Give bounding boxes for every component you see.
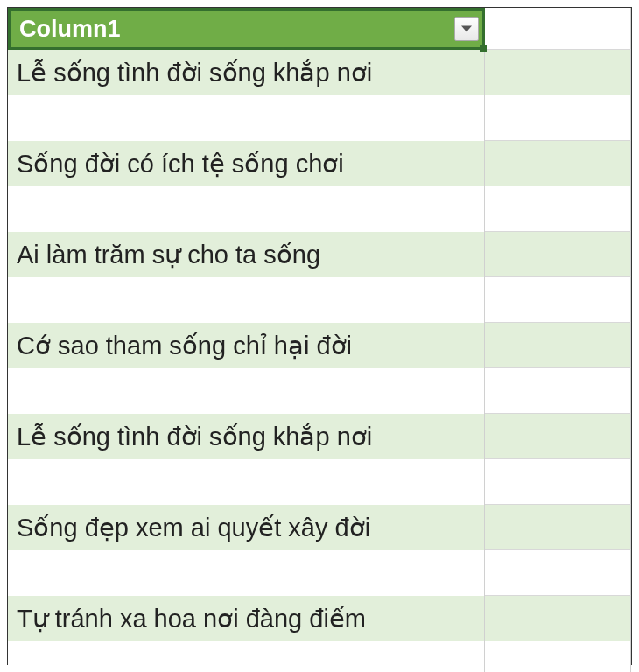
table-row: Ai làm trăm sự cho ta sống: [8, 232, 631, 277]
empty-cell[interactable]: [485, 459, 631, 505]
column-header[interactable]: Column1: [8, 8, 485, 50]
empty-header-cell[interactable]: [485, 8, 631, 50]
table-row: Lễ sống tình đời sống khắp nơi: [8, 50, 631, 95]
empty-cell[interactable]: [485, 186, 631, 232]
chevron-down-icon: [461, 25, 472, 32]
table-row: Lễ sống tình đời sống khắp nơi: [8, 414, 631, 459]
data-cell[interactable]: [8, 186, 485, 232]
table-row: [8, 550, 631, 596]
table-row: Tự tránh xa hoa nơi đàng điếm: [8, 596, 631, 641]
table-row: Sống đẹp xem ai quyết xây đời: [8, 505, 631, 550]
data-cell[interactable]: Lễ sống tình đời sống khắp nơi: [8, 50, 485, 95]
table-row: [8, 95, 631, 141]
data-cell[interactable]: [8, 277, 485, 323]
data-cell[interactable]: Ai làm trăm sự cho ta sống: [8, 232, 485, 277]
table-row: [8, 641, 631, 672]
data-cell[interactable]: Cớ sao tham sống chỉ hại đời: [8, 323, 485, 368]
empty-cell[interactable]: [485, 277, 631, 323]
spreadsheet-grid[interactable]: Column1 Lễ sống tình đời sống khắp nơi S…: [7, 7, 632, 665]
header-label: Column1: [19, 16, 121, 43]
header-row: Column1: [8, 8, 631, 50]
data-cell[interactable]: [8, 459, 485, 505]
empty-cell[interactable]: [485, 414, 631, 459]
data-cell[interactable]: [8, 95, 485, 141]
empty-cell[interactable]: [485, 596, 631, 641]
table-row: Cớ sao tham sống chỉ hại đời: [8, 323, 631, 368]
empty-cell[interactable]: [485, 641, 631, 672]
data-cell[interactable]: [8, 550, 485, 596]
empty-cell[interactable]: [485, 505, 631, 550]
empty-cell[interactable]: [485, 323, 631, 368]
table: Column1 Lễ sống tình đời sống khắp nơi S…: [8, 8, 631, 672]
table-row: [8, 368, 631, 414]
table-row: [8, 459, 631, 505]
empty-cell[interactable]: [485, 50, 631, 95]
empty-cell[interactable]: [485, 550, 631, 596]
data-cell[interactable]: Lễ sống tình đời sống khắp nơi: [8, 414, 485, 459]
table-row: [8, 186, 631, 232]
data-cell[interactable]: [8, 368, 485, 414]
empty-cell[interactable]: [485, 368, 631, 414]
data-cell[interactable]: [8, 641, 485, 672]
filter-dropdown-button[interactable]: [454, 17, 479, 41]
data-cell[interactable]: Tự tránh xa hoa nơi đàng điếm: [8, 596, 485, 641]
empty-cell[interactable]: [485, 95, 631, 141]
table-row: [8, 277, 631, 323]
data-cell[interactable]: Sống đẹp xem ai quyết xây đời: [8, 505, 485, 550]
table-row: Sống đời có ích tệ sống chơi: [8, 141, 631, 186]
data-cell[interactable]: Sống đời có ích tệ sống chơi: [8, 141, 485, 186]
empty-cell[interactable]: [485, 232, 631, 277]
selection-fill-handle[interactable]: [480, 45, 487, 52]
empty-cell[interactable]: [485, 141, 631, 186]
